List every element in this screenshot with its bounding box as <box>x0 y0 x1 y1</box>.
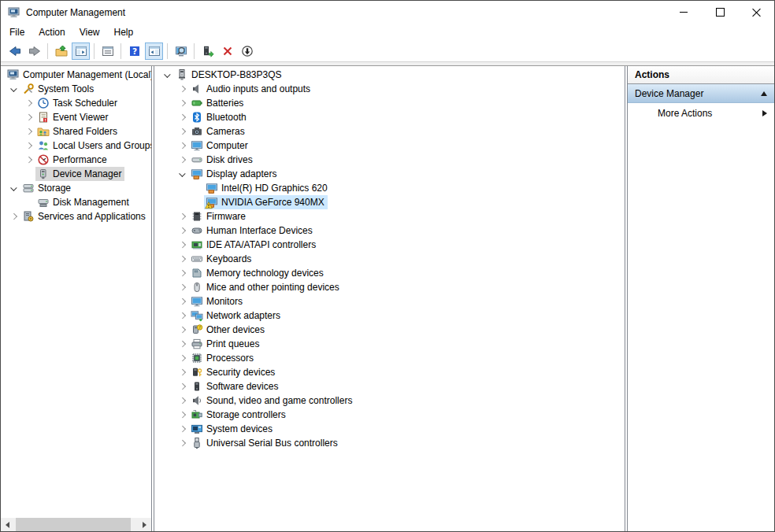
tree-item-system-tools[interactable]: System Tools <box>1 82 151 96</box>
tree-item-universal-serial-bus-controllers[interactable]: Universal Serial Bus controllers <box>154 436 625 450</box>
scroll-left-button[interactable] <box>1 518 14 531</box>
tree-item-performance[interactable]: Performance <box>1 153 151 167</box>
tree-item-event-viewer[interactable]: Event Viewer <box>1 110 151 124</box>
tree-item-sound-video-and-game-controllers[interactable]: Sound, video and game controllers <box>154 393 625 408</box>
expand-chevron-icon[interactable] <box>176 441 189 445</box>
tree-item-software-devices[interactable]: Software devices <box>154 379 625 393</box>
scrollbar-thumb[interactable] <box>16 518 131 531</box>
tree-item-ide-ata-atapi-controllers[interactable]: IDE ATA/ATAPI controllers <box>154 238 625 252</box>
tree-item-keyboards[interactable]: Keyboards <box>154 252 625 266</box>
expand-chevron-icon[interactable] <box>176 299 189 304</box>
collapse-chevron-icon[interactable] <box>161 72 174 77</box>
menu-view[interactable]: View <box>72 24 107 40</box>
expand-chevron-icon[interactable] <box>22 129 35 134</box>
expand-chevron-icon[interactable] <box>176 356 189 360</box>
disable-device-button[interactable] <box>238 42 256 60</box>
tree-item-batteries[interactable]: Batteries <box>154 96 625 110</box>
expand-chevron-icon[interactable] <box>176 285 189 290</box>
tree-item-label: Sound, video and game controllers <box>206 395 352 406</box>
tree-item-processors[interactable]: Processors <box>154 351 625 365</box>
expand-chevron-icon[interactable] <box>176 129 189 134</box>
expand-chevron-icon[interactable] <box>176 427 189 431</box>
tree-item-cameras[interactable]: Cameras <box>154 124 625 139</box>
tree-item-label: DESKTOP-B83P3QS <box>191 69 282 80</box>
tree-item-human-interface-devices[interactable]: Human Interface Devices <box>154 224 625 238</box>
expand-chevron-icon[interactable] <box>176 214 189 219</box>
collapse-chevron-icon[interactable] <box>7 87 20 91</box>
expand-chevron-icon[interactable] <box>176 143 189 148</box>
expand-chevron-icon[interactable] <box>176 342 189 346</box>
tree-item-storage-controllers[interactable]: Storage controllers <box>154 408 625 422</box>
expand-chevron-icon[interactable] <box>7 214 20 219</box>
expand-chevron-icon[interactable] <box>176 87 189 91</box>
tree-item-device-manager[interactable]: Device Manager <box>1 167 151 181</box>
minimize-button[interactable] <box>666 1 702 24</box>
expand-chevron-icon[interactable] <box>176 228 189 233</box>
menu-help[interactable]: Help <box>107 24 141 40</box>
tree-item-audio-inputs-and-outputs[interactable]: Audio inputs and outputs <box>154 82 625 96</box>
expand-chevron-icon[interactable] <box>22 115 35 120</box>
tree-item-storage[interactable]: Storage <box>1 181 151 195</box>
tree-item-services-and-applications[interactable]: Services and Applications <box>1 209 151 224</box>
tree-item-computer-management-local[interactable]: Computer Management (Local) <box>1 68 151 82</box>
expand-chevron-icon[interactable] <box>176 398 189 403</box>
collapse-group-icon[interactable] <box>761 91 767 96</box>
tree-item-computer[interactable]: Computer <box>154 139 625 153</box>
scroll-right-button[interactable] <box>138 518 151 531</box>
scan-hardware-changes-button[interactable] <box>172 42 190 60</box>
tree-item-task-scheduler[interactable]: Task Scheduler <box>1 96 151 110</box>
tree-item-desktop-b83p3qs[interactable]: DESKTOP-B83P3QS <box>154 68 625 82</box>
uninstall-device-button[interactable] <box>218 42 236 60</box>
scrollbar-track[interactable] <box>14 518 138 531</box>
expand-chevron-icon[interactable] <box>176 271 189 275</box>
show-action-pane-button[interactable] <box>145 42 163 60</box>
tree-item-memory-technology-devices[interactable]: Memory technology devices <box>154 266 625 280</box>
update-driver-button[interactable] <box>198 42 217 60</box>
tree-item-display-adapters[interactable]: Display adapters <box>154 167 625 181</box>
tree-item-system-devices[interactable]: System devices <box>154 422 625 436</box>
uninstall-icon <box>221 45 234 57</box>
menu-file[interactable]: File <box>2 24 32 40</box>
properties-button[interactable] <box>98 42 117 60</box>
tree-item-security-devices[interactable]: Security devices <box>154 365 625 379</box>
tree-item-disk-drives[interactable]: Disk drives <box>154 153 625 167</box>
maximize-button[interactable] <box>702 1 738 24</box>
expand-chevron-icon[interactable] <box>176 370 189 375</box>
tree-item-print-queues[interactable]: Print queues <box>154 337 625 351</box>
expand-chevron-icon[interactable] <box>176 157 189 162</box>
tree-item-disk-management[interactable]: Disk Management <box>1 195 151 209</box>
tree-item-local-users-and-groups[interactable]: Local Users and Groups <box>1 139 151 153</box>
expand-chevron-icon[interactable] <box>22 143 35 148</box>
expand-chevron-icon[interactable] <box>22 101 35 105</box>
expand-chevron-icon[interactable] <box>176 313 189 318</box>
tree-item-firmware[interactable]: Firmware <box>154 209 625 224</box>
expand-chevron-icon[interactable] <box>176 242 189 247</box>
expand-chevron-icon[interactable] <box>176 257 189 261</box>
expand-chevron-icon[interactable] <box>176 384 189 389</box>
tree-item-mice-and-other-pointing-devices[interactable]: Mice and other pointing devices <box>154 280 625 294</box>
close-button[interactable] <box>738 1 774 24</box>
action-group-device-manager[interactable]: Device Manager <box>628 84 774 103</box>
tree-item-network-adapters[interactable]: Network adapters <box>154 308 625 323</box>
menu-action[interactable]: Action <box>32 24 72 40</box>
action-item-more-actions[interactable]: More Actions <box>628 103 774 124</box>
expand-chevron-icon[interactable] <box>176 115 189 120</box>
tree-item-intel-r-hd-graphics-620[interactable]: Intel(R) HD Graphics 620 <box>154 181 625 195</box>
expand-chevron-icon[interactable] <box>22 157 35 162</box>
expand-chevron-icon[interactable] <box>176 101 189 105</box>
tree-item-nvidia-geforce-940mx[interactable]: NVIDIA GeForce 940MX <box>154 195 625 209</box>
expand-chevron-icon[interactable] <box>176 412 189 417</box>
expand-chevron-icon[interactable] <box>176 327 189 332</box>
collapse-chevron-icon[interactable] <box>176 172 189 176</box>
tree-item-shared-folders[interactable]: Shared Folders <box>1 124 151 139</box>
tree-item-monitors[interactable]: Monitors <box>154 294 625 308</box>
tree-item-bluetooth[interactable]: Bluetooth <box>154 110 625 124</box>
forward-button[interactable] <box>25 42 43 60</box>
horizontal-scrollbar[interactable] <box>1 518 151 531</box>
up-one-level-button[interactable] <box>52 42 70 60</box>
tree-item-other-devices[interactable]: ?Other devices <box>154 323 625 337</box>
back-button[interactable] <box>6 42 24 60</box>
collapse-chevron-icon[interactable] <box>7 186 20 190</box>
help-button[interactable]: ? <box>125 42 143 60</box>
show-console-tree-button[interactable] <box>72 42 90 60</box>
